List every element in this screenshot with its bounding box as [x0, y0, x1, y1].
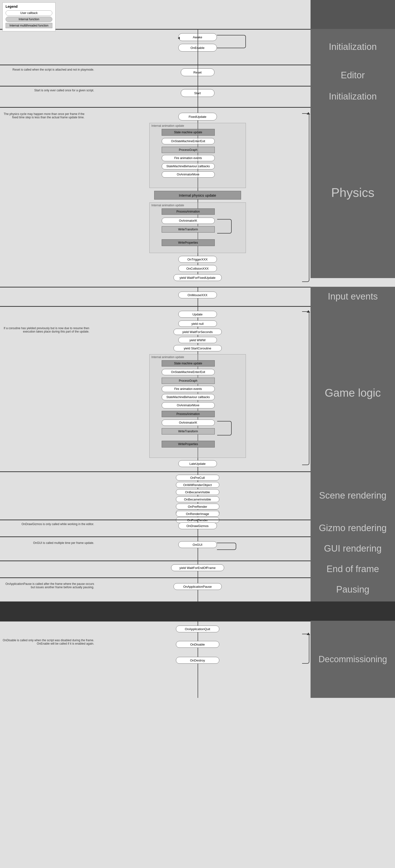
node-onanimatorik1: OnAnimatorIK [162, 218, 215, 224]
node-writetransform2: WriteTransform [162, 428, 215, 434]
ik-loop-arrow2 [217, 421, 232, 435]
node-statemachinecallbacks1: StateMachineBehaviour callbacks [162, 163, 215, 169]
node-onanimatormove1: OnAnimatorMove [162, 171, 215, 178]
node-fireanimevents2: Fire animation events [162, 386, 215, 392]
inner-box-anim1: Internal animation update State machine … [149, 123, 246, 188]
legend-title: Legend [5, 5, 52, 8]
section-label-physics: Physics [311, 107, 395, 278]
node-onrenderimage-v: OnRenderImage [176, 511, 219, 517]
inner-box-anim3: Internal animation update State machine … [149, 354, 246, 458]
annotation-ondisable: OnDisable is called only when the script… [2, 639, 94, 645]
gamelogic-loop-arrow [302, 311, 309, 465]
node-ondisable: OnDisable [176, 641, 219, 648]
node-onanimatormove2: OnAnimatorMove [162, 402, 215, 408]
legend-box: Legend User callback Internal function I… [2, 2, 56, 31]
section-label-editor: Editor [311, 65, 395, 86]
node-statemachineupdate2: State machine update [162, 360, 215, 367]
gui-loop-arrow [217, 543, 236, 550]
section-label-initialization2: Initialization [311, 86, 395, 107]
inner-box-anim2: Internal animation update ProcessAnimati… [149, 203, 246, 253]
node-statemachinecallbacks2: StateMachineBehaviour callbacks [162, 394, 215, 400]
node-yieldnull: yield null [178, 320, 217, 327]
section-label-gamelogic: Game logic [311, 306, 395, 479]
node-onbecamevisible: OnBecameVisible [176, 489, 219, 495]
node-processgraph2: ProcessGraph [162, 378, 215, 384]
node-writeproperties1: WriteProperties [162, 239, 215, 246]
node-yieldwww: yield WWW [178, 337, 217, 343]
node-writetransform1: WriteTransform [162, 226, 215, 232]
node-oncollisionxxx: OnCollisionXXX [178, 265, 217, 272]
section-label-pausing: Pausing [311, 578, 395, 601]
decomm-loop-arrowhead [307, 632, 310, 635]
node-onprerender: OnPreRender [176, 504, 219, 509]
vline-init2 [198, 86, 198, 107]
node-yieldwaitforendofframe: yield WaitForEndOfFrame [171, 564, 224, 571]
vline-editor [198, 65, 198, 86]
node-lateupdate: LateUpdate [178, 460, 217, 467]
legend-user-callback: User callback [5, 10, 52, 16]
dark-separator [0, 601, 395, 621]
node-processanimation1: ProcessAnimation [162, 209, 215, 215]
annotation-ondrawgizmos: OnDrawGizmos is only called while workin… [2, 522, 94, 526]
node-writeproperties2: WriteProperties [162, 441, 215, 447]
legend-internal-function: Internal function [5, 17, 52, 22]
decomm-loop-arrow [302, 634, 309, 664]
node-ondrawgizmos: OnDrawGizmos [178, 522, 217, 529]
node-onwillrenderobject: OnWillRenderObject [176, 482, 219, 488]
section-label-scenerendering: Scene rendering [311, 471, 395, 520]
legend-multithreaded-function: Internal multithreaded function [5, 23, 52, 28]
node-processanimation2: ProcessAnimation [162, 411, 215, 417]
node-onapplicationquit: OnApplicationQuit [176, 626, 219, 632]
node-onstatemachineenterexit2: OnStateMachineEnter/Exit [162, 369, 215, 375]
physics-loop-arrow [302, 113, 309, 282]
node-ongui: OnGUI [178, 541, 217, 548]
node-onstatemachineenterexit1: OnStateMachineEnter/Exit [162, 138, 215, 144]
node-processgraph1: ProcessGraph [162, 147, 215, 153]
inner-anim-label3: Internal animation update [151, 355, 184, 359]
vline-inner1 [198, 123, 198, 188]
init-loop-arrow [217, 35, 246, 48]
node-yieldstartcoroutine: yield StartCoroutine [173, 345, 222, 351]
annotation-fixedupdate: The physics cycle may happen more than o… [2, 112, 84, 119]
init-loop-arrowhead [178, 37, 180, 39]
annotation-onapplicationpause: OnApplicationPause is called after the f… [2, 582, 94, 589]
node-onapplicationpause: OnApplicationPause [173, 583, 222, 590]
annotation-start: Start is only ever called once for a giv… [2, 89, 94, 92]
node-internalphysicsupdate: Internal physics update [154, 191, 241, 199]
ik-loop-arrow [217, 219, 232, 234]
gamelogic-loop-arrowhead [307, 310, 310, 313]
node-ondestroy: OnDestroy [176, 657, 219, 664]
node-onbecameinvisible: OnBecameInvisible [176, 496, 219, 502]
inner-anim-label1: Internal animation update [151, 124, 184, 127]
annotation-ongui: OnGUI is called multiple time per frame … [2, 541, 94, 545]
section-label-initialization1: Initialization [311, 29, 395, 65]
vline-gui [198, 536, 198, 560]
node-fixedupdate: FixedUpdate [178, 113, 217, 121]
node-onanimatorik2: OnAnimatorIK [162, 420, 215, 426]
section-label-gizmo: Gizmo rendering [311, 520, 395, 536]
node-statemachineupdate1: State machine update [162, 129, 215, 136]
annotation-coroutine: If a coroutine has yielded previously bu… [2, 327, 89, 333]
node-onprecull: OnPreCull [176, 475, 219, 480]
section-label-decommissioning: Decommissioning [311, 621, 395, 698]
section-label-gui: GUI rendering [311, 536, 395, 560]
node-update: Update [178, 311, 217, 318]
node-yieldwaitforseconds: yield WaitForSeconds [173, 329, 222, 335]
section-blank-top [311, 0, 395, 29]
inner-anim-label2: Internal animation update [151, 204, 184, 207]
annotation-reset: Reset is called when the script is attac… [2, 68, 94, 71]
node-yieldwaitforfixedupdate: yield WaitForFixedUpdate [173, 274, 222, 281]
node-fireanimevents1: Fire animation events [162, 155, 215, 161]
node-ontriggerxxx: OnTriggerXXX [178, 256, 217, 263]
section-label-input: Input events [311, 287, 395, 306]
physics-loop-arrowhead [307, 112, 310, 115]
vline-init1 [198, 29, 198, 65]
node-onmousexxx: OnMouseXXX [178, 291, 217, 298]
section-label-endofframe: End of frame [311, 560, 395, 578]
vline-awake-onenable [198, 41, 198, 44]
